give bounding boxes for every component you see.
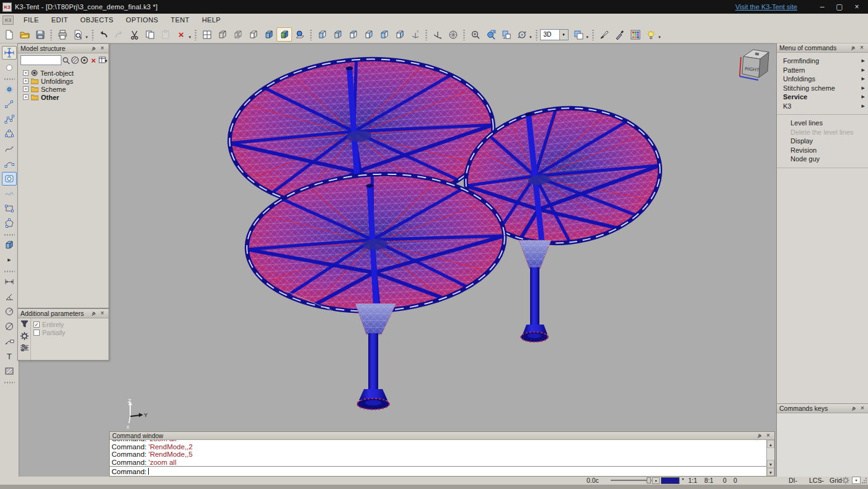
paint-button[interactable] <box>596 27 612 42</box>
point-tool[interactable] <box>2 83 17 96</box>
command-menu-k3[interactable]: K3▶ <box>777 102 868 111</box>
leader-tool[interactable] <box>2 334 17 348</box>
expander-icon[interactable]: + <box>23 70 29 76</box>
rectangle-tool[interactable] <box>2 202 17 215</box>
view-bottom-button[interactable] <box>361 27 376 42</box>
scroll-track[interactable] <box>767 448 774 460</box>
zoom-window-button[interactable] <box>483 27 498 42</box>
option-partially[interactable]: Partially <box>33 328 108 336</box>
rendered-mode-button[interactable] <box>277 27 292 42</box>
command-menu-formfinding[interactable]: Formfinding▶ <box>777 56 868 66</box>
select-move-tool[interactable] <box>2 46 17 60</box>
solid-mode-button[interactable] <box>246 27 261 42</box>
group-dropdown[interactable]: ▾ <box>189 35 192 40</box>
search-button[interactable] <box>61 55 71 65</box>
tree-item-other[interactable]: + Other <box>23 93 108 101</box>
tree-item-unfoldings[interactable]: + Unfoldings <box>23 77 108 85</box>
tree-item-tent-object[interactable]: + Tent-object <box>23 69 108 77</box>
solid-flyout[interactable]: ▶ <box>2 253 17 267</box>
view-right-button[interactable] <box>392 27 407 42</box>
input-dropdown-icon[interactable]: ▼ <box>767 468 774 476</box>
cut-button[interactable] <box>127 27 143 42</box>
print-preview-button[interactable] <box>70 27 86 42</box>
model-search-input[interactable] <box>20 55 61 65</box>
solid-tool[interactable] <box>2 238 17 252</box>
view-mode-dropdown-icon[interactable]: ▾ <box>559 30 568 40</box>
viewport-3d[interactable]: RIGHT Z Y x <box>19 43 776 477</box>
command-display[interactable]: Display <box>777 137 868 146</box>
command-input-row[interactable]: Command: <box>110 466 766 476</box>
menu-help[interactable]: HELP <box>196 15 227 25</box>
render-settings-button[interactable] <box>292 27 308 42</box>
palette-button[interactable] <box>627 27 643 42</box>
model-structure-header[interactable]: Model structure × <box>18 44 108 53</box>
command-revision[interactable]: Revision <box>777 146 868 155</box>
view-left-button[interactable] <box>376 27 392 42</box>
zoom-button[interactable] <box>467 27 483 42</box>
orbit-button[interactable] <box>514 27 529 42</box>
status-lcs-toggle[interactable]: LCS- <box>809 477 824 484</box>
status-scale[interactable]: 1:1 <box>688 477 698 484</box>
command-menu-service[interactable]: Service▶ <box>777 92 868 102</box>
pan-button[interactable] <box>498 27 514 42</box>
wireframe-mode-button[interactable] <box>215 27 230 42</box>
group-dropdown[interactable]: ▾ <box>658 35 661 40</box>
commands-keys-header[interactable]: Commands keys × <box>777 404 868 413</box>
expander-icon[interactable]: + <box>23 94 29 100</box>
clear-filter-button[interactable]: × <box>89 55 98 65</box>
view-axonometric-button[interactable]: Y <box>407 27 423 42</box>
command-menu-pattern[interactable]: Pattern▶ <box>777 66 868 75</box>
checkbox-unchecked-icon[interactable] <box>33 330 40 336</box>
print-button[interactable] <box>55 27 70 42</box>
resize-grip[interactable] <box>862 478 867 483</box>
site-link[interactable]: Visit the K3-Tent site <box>735 3 797 11</box>
panel-close-icon[interactable]: × <box>859 405 866 412</box>
panel-close-icon[interactable]: × <box>764 432 772 439</box>
group-dropdown[interactable]: ▾ <box>86 35 88 40</box>
paste-button[interactable] <box>158 27 174 42</box>
segment-tool[interactable] <box>2 97 17 111</box>
dim-diameter-tool[interactable] <box>2 320 17 333</box>
freeform-tool[interactable] <box>2 187 17 200</box>
status-di-toggle[interactable]: DI- <box>789 477 797 484</box>
menu-options[interactable]: OPTIONS <box>120 15 164 25</box>
checkbox-checked-icon[interactable]: ✓ <box>33 321 40 328</box>
node-tool[interactable] <box>2 61 17 74</box>
status-dropdown-icon[interactable]: ▾ <box>852 477 861 484</box>
scroll-up-icon[interactable]: ▲ <box>767 440 774 448</box>
show-all-button[interactable] <box>71 55 80 65</box>
k3-menu-icon[interactable]: K3 <box>2 16 14 25</box>
redo-button[interactable] <box>112 27 127 42</box>
command-menu-unfoldings[interactable]: Unfoldings▶ <box>777 74 868 84</box>
group-dropdown[interactable]: ▾ <box>529 35 532 40</box>
view-back-button[interactable] <box>330 27 345 42</box>
panel-close-icon[interactable]: × <box>858 44 866 52</box>
panel-close-icon[interactable]: × <box>99 310 106 317</box>
geosphere-button[interactable] <box>445 27 461 42</box>
dim-angle-tool[interactable] <box>2 290 17 303</box>
command-level-lines[interactable]: Level lines <box>777 119 868 128</box>
view-top-button[interactable] <box>345 27 361 42</box>
status-settings-button[interactable] <box>842 477 849 484</box>
shaded-mode-button[interactable] <box>261 27 277 42</box>
pin-icon[interactable] <box>91 46 99 52</box>
status-ratio[interactable]: 8:1 <box>704 477 714 484</box>
view-orientation-button[interactable] <box>430 27 445 42</box>
new-file-button[interactable] <box>1 27 17 42</box>
zoom-slider-track[interactable] <box>611 480 652 481</box>
circle-tool[interactable] <box>2 127 17 141</box>
pin-icon[interactable] <box>757 433 764 439</box>
command-scrollbar[interactable]: ▲ ▼ ▼ <box>766 440 774 476</box>
expander-icon[interactable]: + <box>23 86 29 92</box>
dim-linear-tool[interactable] <box>2 275 17 289</box>
command-node-guy[interactable]: Node guy <box>777 155 868 164</box>
menu-of-commands-header[interactable]: Menu of commands × <box>777 43 868 53</box>
scroll-down-icon[interactable]: ▼ <box>767 460 774 468</box>
sliders-icon[interactable] <box>20 344 29 352</box>
view-front-button[interactable] <box>314 27 330 42</box>
undo-button[interactable] <box>96 27 112 42</box>
save-button[interactable] <box>32 27 48 42</box>
pick-color-button[interactable] <box>612 27 627 42</box>
filter-icon[interactable] <box>20 320 29 328</box>
hatch-tool[interactable] <box>2 364 17 378</box>
